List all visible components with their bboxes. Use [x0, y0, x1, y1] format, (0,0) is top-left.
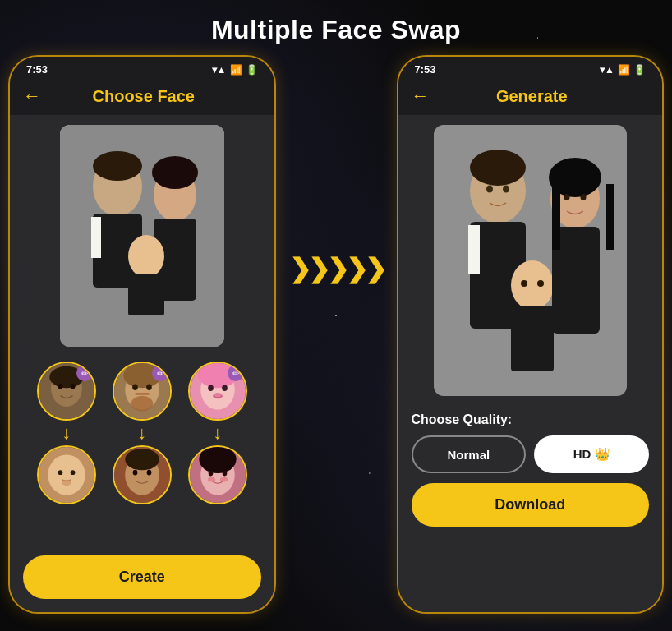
status-time-2: 7:53 — [415, 63, 436, 76]
generate-title: Generate — [440, 87, 625, 106]
svg-point-8 — [93, 151, 142, 181]
svg-point-44 — [220, 477, 228, 482]
choose-face-title: Choose Face — [51, 87, 237, 106]
svg-point-42 — [222, 471, 227, 477]
signal-icon: ▾▲ — [212, 64, 227, 76]
svg-point-43 — [207, 477, 214, 482]
phone-choose-face: 7:53 ▾▲ 📶 🔋 ← Choose Face — [8, 55, 276, 614]
generated-photo-svg — [434, 125, 627, 396]
status-time-1: 7:53 — [26, 63, 48, 76]
svg-point-41 — [208, 471, 213, 477]
svg-point-31 — [146, 470, 151, 476]
quality-normal-button[interactable]: Normal — [412, 435, 527, 473]
face-swap-section: ✏ ↓ — [10, 355, 274, 549]
phones-container: 7:53 ▾▲ 📶 🔋 ← Choose Face — [0, 55, 672, 614]
source-face-3[interactable]: ✏ — [188, 362, 247, 421]
svg-point-23 — [132, 385, 138, 391]
svg-rect-48 — [468, 225, 480, 274]
download-button[interactable]: Download — [412, 483, 650, 527]
phone-generate: 7:53 ▾▲ 📶 🔋 ← Generate — [397, 55, 665, 614]
edit-badge-1[interactable]: ✏ — [76, 365, 93, 381]
phone-header-2: ← Generate — [398, 79, 663, 115]
target-face-3[interactable] — [188, 445, 247, 504]
edit-badge-2[interactable]: ✏ — [152, 365, 168, 381]
phone1-content: ✏ ↓ — [10, 115, 274, 612]
face-pair-1: ✏ ↓ — [37, 362, 96, 504]
svg-rect-3 — [91, 217, 101, 258]
source-face-1[interactable]: ✏ — [37, 362, 96, 421]
svg-rect-25 — [135, 393, 149, 395]
quality-section: Choose Quality: Normal HD 👑 — [398, 404, 663, 480]
face-pair-3: ✏ ↓ — [188, 362, 247, 504]
quality-hd-button[interactable]: HD 👑 — [534, 435, 649, 473]
svg-point-13 — [58, 384, 62, 389]
svg-point-18 — [70, 470, 75, 475]
source-face-2[interactable]: ✏ — [113, 362, 172, 421]
status-icons-1: ▾▲ 📶 🔋 — [212, 64, 258, 76]
status-bar-2: 7:53 ▾▲ 📶 🔋 — [398, 57, 663, 79]
svg-point-9 — [152, 156, 198, 189]
status-bar-1: 7:53 ▾▲ 📶 🔋 — [10, 57, 274, 79]
svg-point-26 — [131, 396, 153, 412]
svg-point-35 — [208, 385, 214, 391]
svg-rect-7 — [128, 274, 164, 316]
svg-point-51 — [503, 186, 509, 193]
phone-header-1: ← Choose Face — [10, 79, 274, 115]
svg-point-62 — [580, 194, 586, 200]
svg-point-16 — [48, 454, 85, 495]
arrow-down-3: ↓ — [213, 424, 222, 442]
svg-point-54 — [521, 280, 527, 287]
svg-point-55 — [537, 280, 544, 287]
back-button-1[interactable]: ← — [23, 85, 41, 107]
wifi-icon: 📶 — [230, 64, 242, 76]
back-button-2[interactable]: ← — [412, 85, 430, 107]
battery-icon-2: 🔋 — [633, 64, 646, 76]
svg-point-49 — [470, 150, 526, 186]
svg-point-52 — [511, 260, 554, 310]
target-face-1[interactable] — [37, 445, 96, 504]
source-family-photo — [60, 125, 224, 347]
wifi-icon-2: 📶 — [618, 64, 630, 76]
status-icons-2: ▾▲ 📶 🔋 — [600, 64, 646, 76]
target-face-2[interactable] — [113, 445, 172, 504]
signal-icon-2: ▾▲ — [600, 64, 614, 76]
svg-point-30 — [132, 470, 137, 476]
quality-options: Normal HD 👑 — [412, 435, 650, 473]
svg-point-17 — [58, 470, 62, 475]
arrow-down-2: ↓ — [137, 424, 146, 442]
page-title: Multiple Face Swap — [0, 0, 672, 55]
svg-point-36 — [222, 385, 228, 391]
source-photo-frame — [60, 125, 224, 347]
chevron-arrows: ❯❯❯❯❯ — [289, 253, 384, 284]
family-photo-svg — [60, 125, 224, 347]
arrow-down-1: ↓ — [62, 424, 71, 442]
face-pair-2: ✏ ↓ — [113, 362, 172, 504]
svg-rect-53 — [511, 306, 554, 371]
battery-icon: 🔋 — [246, 64, 258, 76]
svg-point-50 — [486, 186, 493, 193]
create-button[interactable]: Create — [23, 555, 261, 599]
svg-rect-60 — [606, 184, 614, 250]
generated-photo-frame — [434, 125, 627, 396]
svg-point-29 — [125, 449, 159, 470]
svg-rect-59 — [552, 184, 560, 250]
svg-point-6 — [128, 235, 164, 278]
middle-arrow: ❯❯❯❯❯ — [276, 253, 397, 284]
phone2-content: Choose Quality: Normal HD 👑 Download — [398, 115, 663, 612]
edit-badge-3[interactable]: ✏ — [228, 365, 244, 381]
svg-point-61 — [564, 194, 569, 200]
quality-label: Choose Quality: — [412, 412, 650, 427]
face-pairs: ✏ ↓ — [23, 362, 261, 504]
svg-point-24 — [146, 385, 152, 391]
svg-point-14 — [70, 384, 75, 389]
